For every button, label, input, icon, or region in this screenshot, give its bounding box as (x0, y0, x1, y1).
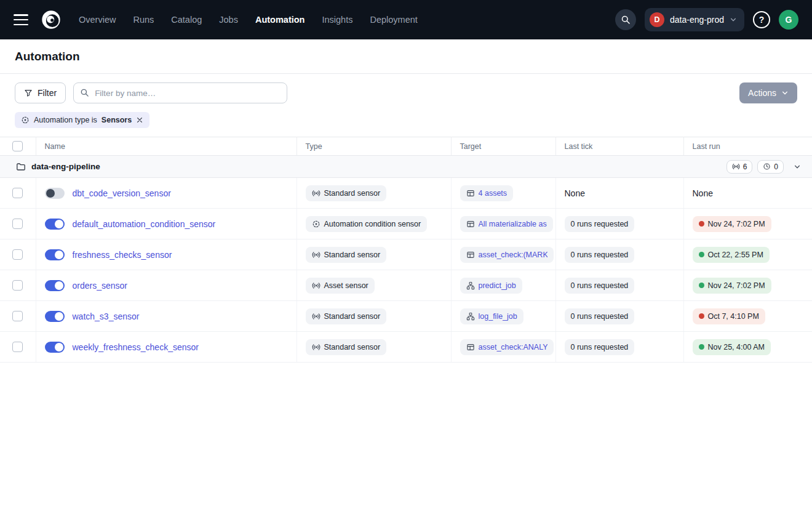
actions-button[interactable]: Actions (739, 82, 797, 103)
user-avatar[interactable]: G (779, 10, 798, 30)
job-icon (466, 281, 475, 290)
sensor-type-tag[interactable]: Standard sensor (306, 308, 387, 324)
filter-chip-automation-type[interactable]: Automation type is Sensors (15, 112, 149, 128)
table-row: orders_sensor Asset sensor predict_job 0… (0, 270, 812, 301)
column-header-target: Target (451, 137, 555, 156)
row-checkbox[interactable] (12, 280, 23, 291)
column-header-type: Type (297, 137, 451, 156)
sensor-count-badge: 6 (726, 160, 753, 174)
last-run-tag[interactable]: Oct 7, 4:10 PM (693, 308, 765, 324)
automation-table: Name Type Target Last tick Last run data… (0, 137, 812, 363)
asset-icon (466, 251, 475, 259)
table-row: freshness_checks_sensor Standard sensor … (0, 239, 812, 270)
row-checkbox[interactable] (12, 342, 23, 352)
nav-item-automation[interactable]: Automation (255, 15, 305, 25)
last-run-tag[interactable]: Nov 24, 7:02 PM (693, 216, 771, 232)
filter-by-name-input[interactable] (73, 82, 287, 103)
target-link-tag[interactable]: asset_check:ANALY (460, 339, 554, 355)
clock-icon (763, 163, 771, 171)
hamburger-menu-icon[interactable] (14, 14, 28, 25)
nav-item-runs[interactable]: Runs (133, 15, 154, 25)
deployment-switcher[interactable]: D data-eng-prod (645, 8, 744, 31)
close-icon[interactable] (136, 116, 143, 124)
filter-button[interactable]: Filter (15, 82, 66, 103)
success-status-dot (699, 283, 704, 288)
sensor-type-tag[interactable]: Standard sensor (306, 339, 387, 355)
automation-condition-icon (312, 220, 320, 228)
sensor-icon (312, 343, 320, 351)
filter-chip-prefix: Automation type is (34, 116, 97, 124)
sensor-icon (312, 251, 320, 259)
select-all-checkbox[interactable] (12, 141, 23, 151)
row-checkbox[interactable] (12, 188, 23, 198)
chevron-down-icon (781, 89, 789, 97)
asset-icon (466, 343, 475, 351)
toolbar: Filter Actions (0, 74, 812, 110)
last-run-tag[interactable]: Nov 24, 7:02 PM (693, 278, 771, 294)
sensor-name-link[interactable]: default_automation_condition_sensor (73, 219, 216, 229)
last-tick-tag: 0 runs requested (565, 247, 635, 263)
last-tick-tag: 0 runs requested (565, 216, 635, 232)
last-run-tag[interactable]: Nov 25, 4:00 AM (693, 339, 771, 355)
sensor-type-tag[interactable]: Standard sensor (306, 247, 387, 263)
target-link-tag[interactable]: predict_job (460, 278, 522, 294)
job-icon (466, 312, 475, 321)
sensor-toggle[interactable] (45, 280, 65, 291)
sensor-name-link[interactable]: orders_sensor (73, 281, 128, 291)
last-run-tag[interactable]: Oct 22, 2:55 PM (693, 247, 770, 263)
repo-group-row: data-eng-pipeline 6 0 (0, 156, 812, 178)
top-nav-bar: Overview Runs Catalog Jobs Automation In… (0, 0, 812, 39)
sensor-icon (312, 189, 320, 198)
sensor-toggle[interactable] (45, 188, 65, 199)
nav-right-cluster: D data-eng-prod ? G (615, 8, 798, 31)
table-row: watch_s3_sensor Standard sensor log_file… (0, 301, 812, 332)
last-tick-tag: 0 runs requested (565, 278, 635, 294)
column-header-last-run: Last run (683, 137, 812, 156)
filter-chip-value: Sensors (102, 116, 132, 124)
target-link-tag[interactable]: asset_check:(MARK (460, 247, 554, 263)
search-icon[interactable] (615, 9, 636, 30)
last-tick-tag: 0 runs requested (565, 339, 635, 355)
nav-item-insights[interactable]: Insights (322, 15, 352, 25)
asset-icon (466, 220, 475, 228)
sensor-icon (312, 312, 320, 321)
help-icon[interactable]: ? (753, 11, 770, 28)
asset-icon (466, 189, 475, 198)
row-checkbox[interactable] (12, 249, 23, 260)
row-checkbox[interactable] (12, 219, 23, 229)
target-link-tag[interactable]: All materializable as (460, 216, 553, 232)
nav-item-jobs[interactable]: Jobs (219, 15, 238, 25)
target-link-tag[interactable]: log_file_job (460, 308, 523, 324)
collapse-group-button[interactable] (794, 163, 801, 171)
nav-item-deployment[interactable]: Deployment (370, 15, 417, 25)
sensor-toggle[interactable] (45, 249, 65, 260)
sensor-name-link[interactable]: freshness_checks_sensor (73, 250, 172, 260)
row-checkbox[interactable] (12, 311, 23, 321)
dagster-logo-icon[interactable] (39, 8, 63, 31)
sensor-icon (312, 281, 320, 290)
sensor-toggle[interactable] (45, 311, 65, 322)
automation-type-icon (21, 116, 30, 124)
sensor-name-link[interactable]: dbt_code_version_sensor (73, 188, 171, 198)
success-status-dot (699, 344, 704, 350)
table-row: weekly_freshness_check_sensor Standard s… (0, 332, 812, 363)
sensor-toggle[interactable] (45, 219, 65, 230)
nav-item-overview[interactable]: Overview (79, 15, 116, 25)
sensor-type-tag[interactable]: Standard sensor (306, 185, 387, 201)
search-box (73, 82, 287, 103)
active-filters-row: Automation type is Sensors (0, 110, 812, 137)
sensor-name-link[interactable]: weekly_freshness_check_sensor (73, 342, 199, 352)
last-tick-value: None (565, 188, 585, 198)
chevron-down-icon (730, 16, 737, 23)
sensor-toggle[interactable] (45, 342, 65, 353)
funnel-icon (24, 89, 33, 97)
sensor-type-tag[interactable]: Automation condition sensor (306, 216, 428, 232)
folder-icon (16, 162, 26, 172)
sensor-name-link[interactable]: watch_s3_sensor (73, 311, 140, 321)
deployment-badge: D (650, 12, 664, 27)
target-link-tag[interactable]: 4 assets (460, 185, 514, 201)
table-header-row: Name Type Target Last tick Last run (0, 137, 812, 156)
deployment-name: data-eng-prod (670, 15, 724, 25)
nav-item-catalog[interactable]: Catalog (171, 15, 202, 25)
sensor-type-tag[interactable]: Asset sensor (306, 278, 375, 294)
